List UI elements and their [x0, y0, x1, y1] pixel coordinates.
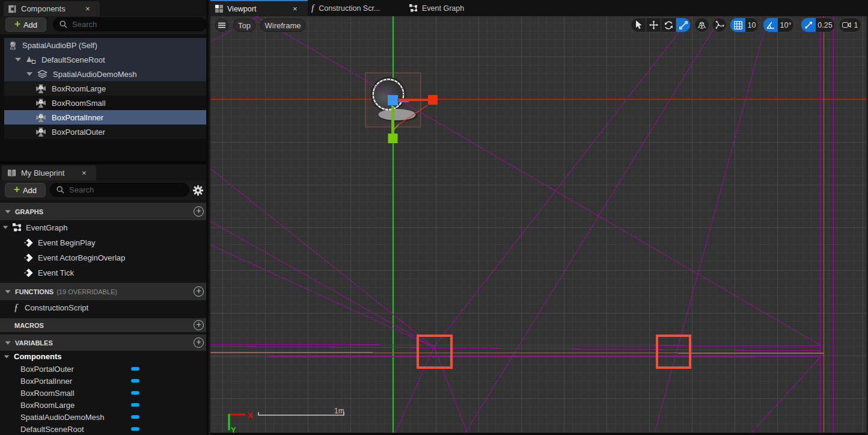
svg-text:1m: 1m [334, 407, 344, 415]
svg-text:X: X [248, 411, 253, 420]
